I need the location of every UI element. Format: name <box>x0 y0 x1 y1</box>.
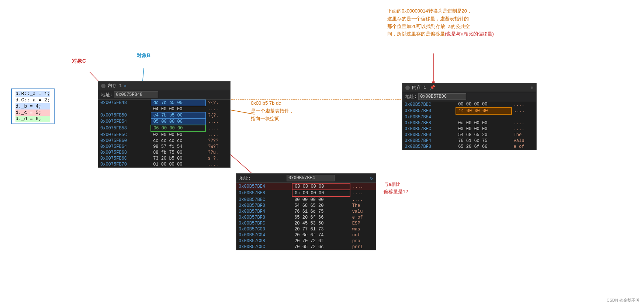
memory-window-2: 地址: ↻ 0x00B57BE4 00 00 00 00 .... 0x00B5… <box>236 173 376 250</box>
table-row: 0x00B57BE0 14 00 00 00 .... <box>402 108 536 114</box>
table-row: 0x0075FB64 98 57 f1 54 ?W?T <box>98 144 230 150</box>
mem1-addr-label: 地址: <box>101 92 112 98</box>
obj-b-label: 对象B <box>136 52 150 59</box>
mem3-pin[interactable]: 📌 <box>430 85 435 90</box>
table-row: 0x00B57BF0 54 68 65 20 The <box>402 132 536 138</box>
mem2-addrbar: 地址: ↻ <box>236 174 376 183</box>
table-row: 0x0075FB60 cc cc cc cc ???? <box>98 138 230 144</box>
top-annotation: 下面的0x00000014转换为是进制是20， 这里存的是一个偏移量，虚基表指针… <box>387 7 494 38</box>
watermark: CSDN @企鹅不叫 <box>607 298 640 303</box>
table-row: 0x0075FB54 05 00 00 00 .... <box>98 119 230 125</box>
table-row: 0x00B57BF4 76 61 6c 75 valu <box>236 209 376 215</box>
table-row: 0x00B57BF8 65 20 6f 66 e of <box>402 144 536 150</box>
table-row: 0x00B57BF4 76 61 6c 75 valu <box>402 138 536 144</box>
mem1-titlebar: 内存 1 ✕ <box>98 81 230 90</box>
table-row: 0x0075FB58 06 00 00 00 .... <box>98 125 230 132</box>
table-row: 0x00B57BEC 00 00 00 00 .... <box>236 197 376 203</box>
obj-c-label: 对象C <box>72 57 86 65</box>
mem2-refresh[interactable]: ↻ <box>370 175 373 181</box>
table-row: 0x0075FB68 88 fb 75 00 ??u. <box>98 150 230 156</box>
mem3-addrbar: 地址: <box>402 92 536 101</box>
mem1-table: 0x0075FB48 dc 7b b5 00 ?{?. 04 00 00 00 … <box>98 100 230 167</box>
vbptr-note1: 0x00 b5 7b dc 是一个虚基表指针， 指向一块空间 <box>251 100 294 122</box>
mem3-close[interactable] <box>405 86 410 90</box>
table-row: 0x00B57C00 20 77 61 73 was <box>236 226 376 232</box>
table-row: 0x00B57BDC 00 00 00 00 .... <box>402 101 536 108</box>
code-line-2: d.C::_a = 2; <box>15 97 50 103</box>
mem1-pin[interactable]: ✕ <box>124 84 126 88</box>
code-line-1: d.B::_a = 1; <box>15 91 50 97</box>
table-row: 0x0075FB70 01 00 00 00 .... <box>98 161 230 167</box>
table-row: 04 00 00 00 .... <box>98 106 230 112</box>
offset-note: 与a相比偏移量是12 <box>384 181 408 195</box>
table-row: 0x0075FB5C 02 00 00 00 .... <box>98 132 230 138</box>
code-box: d.B::_a = 1; d.C::_a = 2; d._b = 4; d._c… <box>11 88 55 124</box>
table-row: 0x0075FB48 dc 7b b5 00 ?{?. <box>98 100 230 106</box>
table-row: 0x00B57BF0 54 68 65 20 The <box>236 203 376 209</box>
arrows-layer <box>0 0 644 306</box>
table-row: 0x0075FB6C 73 20 b5 00 s ?. <box>98 156 230 161</box>
mem3-addr-label: 地址: <box>405 94 417 100</box>
mem1-title: 内存 1 <box>108 83 122 89</box>
mem1-addr-input[interactable] <box>114 91 158 98</box>
code-line-5: d._d = 6; <box>15 116 50 122</box>
mem2-addr-label: 地址: <box>239 175 251 181</box>
code-line-4: d._c = 5; <box>15 109 50 116</box>
table-row: 0x00B57BEC 00 00 00 00 .... <box>402 126 536 132</box>
table-row: 0x00B57BE8 0c 00 00 00 .... <box>236 190 376 197</box>
mem3-addr-input[interactable] <box>418 93 466 100</box>
code-line-3: d._b = 4; <box>15 103 50 109</box>
table-row: 0x00B57BE8 0c 00 00 00 .... <box>402 120 536 126</box>
mem2-table: 0x00B57BE4 00 00 00 00 .... 0x00B57BE8 0… <box>236 183 376 250</box>
memory-window-1: 内存 1 ✕ 地址: 0x0075FB48 dc 7b b5 00 ?{?. 0… <box>98 81 231 168</box>
mem3-x[interactable]: ✕ <box>531 85 533 90</box>
table-row: 0x0075FB50 e4 7b b5 00 ?{?. <box>98 112 230 119</box>
mem1-addrbar: 地址: <box>98 90 230 100</box>
mem3-title: 内存 1 <box>412 84 426 91</box>
table-row: 0x00B57C0C 70 65 72 6c perl <box>236 244 376 250</box>
mem1-close[interactable] <box>101 84 105 88</box>
table-row: 0x00B57BE4 <box>402 114 536 120</box>
mem2-addr-input[interactable] <box>287 175 335 181</box>
table-row: 0x00B57C04 20 6e 6f 74 not <box>236 232 376 238</box>
mem3-titlebar: 内存 1 📌 ✕ <box>402 83 536 92</box>
memory-window-3: 内存 1 📌 ✕ 地址: 0x00B57BDC 00 00 00 00 ....… <box>402 83 537 150</box>
table-row: 0x00B57BE4 00 00 00 00 .... <box>236 183 376 190</box>
table-row: 0x00B57BFC 20 45 53 50 ESP <box>236 220 376 226</box>
mem3-table: 0x00B57BDC 00 00 00 00 .... 0x00B57BE0 1… <box>402 101 536 150</box>
table-row: 0x00B57C08 20 70 72 6f pro <box>236 238 376 244</box>
table-row: 0x00B57BF8 65 20 6f 66 e of <box>236 215 376 220</box>
